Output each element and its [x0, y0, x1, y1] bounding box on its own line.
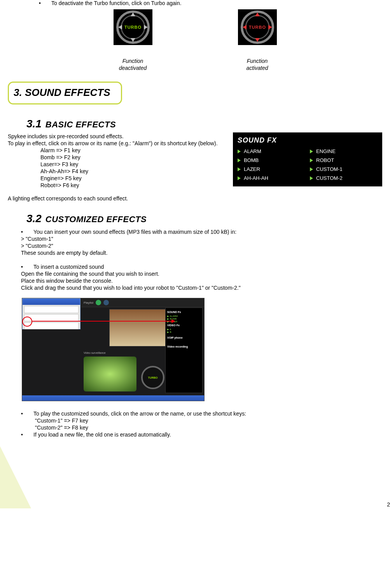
- sec32-d2: Place this window beside the console.: [21, 278, 382, 284]
- sfx-item-lazer[interactable]: LAZER: [238, 166, 305, 172]
- key-alarm: Alarm => F1 key: [40, 147, 225, 153]
- sound-fx-title: SOUND FX: [238, 136, 378, 148]
- turbo-figures-row: TURBO Function deactivated TURBO: [8, 9, 382, 71]
- play-icon: [238, 150, 241, 153]
- sec32-d1: Open the file containing the sound that …: [21, 271, 382, 277]
- taskbar: [22, 395, 204, 401]
- caption-on-2: activated: [238, 64, 277, 71]
- section-3-header: 3. SOUND EFFECTS: [8, 82, 122, 104]
- sec32-c2: > "Custom-2": [21, 243, 382, 249]
- play-icon: [238, 158, 241, 162]
- deactivate-text: To deactivate the Turbo function, click …: [51, 0, 182, 6]
- play-icon: [238, 176, 241, 180]
- sfx-item-engine[interactable]: ENGINE: [310, 148, 378, 154]
- shortcut-key-list: Alarm => F1 key Bomb => F2 key Laser=> F…: [8, 147, 225, 188]
- key-engine: Engine=> F5 key: [40, 175, 225, 181]
- sec32-num: 3.2: [26, 212, 42, 224]
- sec32-block1: •You can insert your own sound effects (…: [21, 229, 382, 291]
- dpad-icon: TURBO: [140, 365, 165, 390]
- console-main: Playlist SOUND Fx ALARMBOMBLAZER VIDEO F…: [81, 298, 204, 395]
- play-icon: [310, 150, 313, 153]
- sec32-b2: To insert a customized sound: [33, 264, 104, 270]
- page-number: 2: [387, 501, 390, 508]
- sfx-item-alarm[interactable]: ALARM: [238, 148, 305, 154]
- sec32-d3: Click and drag the sound that you wish t…: [21, 285, 382, 291]
- subhead-3-1: 3.1 BASIC EFFECTS: [26, 118, 382, 130]
- play-icon: [310, 158, 313, 162]
- sec31-line1: Spykee includes six pre-recorded sound e…: [8, 133, 225, 139]
- sec31-line2: To play in effect, click on its arrow or…: [8, 140, 225, 146]
- sec32-title: CUSTOMIZED EFFECTS: [45, 214, 147, 224]
- subhead-3-2: 3.2 CUSTOMIZED EFFECTS: [26, 212, 382, 225]
- turbo-on-figure: TURBO Function activated: [238, 9, 277, 71]
- sec32-b3: To play the customized sounds, click on …: [33, 411, 246, 417]
- turbo-off-figure: TURBO Function deactivated: [114, 9, 152, 71]
- deactivate-bullet: •To deactivate the Turbo function, click…: [8, 0, 382, 6]
- svg-text:TURBO: TURBO: [148, 376, 158, 379]
- sec32-c3: These sounds are empty by default.: [21, 250, 382, 256]
- sec32-e2: "Custom-2" => F8 key: [21, 424, 382, 431]
- section-3-title: 3. SOUND EFFECTS: [14, 87, 110, 98]
- sfx-item-ahahah[interactable]: AH-AH-AH: [238, 175, 305, 181]
- key-laser: Laser=> F3 key: [40, 161, 225, 167]
- sec32-e1: "Custom-1" => F7 key: [21, 418, 382, 424]
- sec32-c1: > "Custom-1": [21, 236, 382, 242]
- sec31-num: 3.1: [26, 118, 42, 130]
- footer-decoration: [0, 446, 31, 508]
- console-drag-figure: Playlist SOUND Fx ALARMBOMBLAZER VIDEO F…: [22, 298, 205, 401]
- console-fx-panel: SOUND Fx ALARMBOMBLAZER VIDEO Fx AB VOIP…: [165, 308, 203, 393]
- play-icon: [238, 167, 241, 171]
- sfx-item-robot[interactable]: ROBOT: [310, 157, 378, 163]
- caption-off-2: deactivated: [114, 64, 152, 71]
- sec32-block2: •To play the customized sounds, click on…: [21, 411, 382, 438]
- drag-arrow-icon: [32, 321, 172, 322]
- play-icon: [310, 167, 313, 171]
- sec32-b4: If you load a new file, the old one is e…: [33, 431, 171, 438]
- turbo-off-icon: TURBO: [114, 9, 152, 45]
- sec32-b1: You can insert your own sound effects (M…: [33, 229, 236, 235]
- svg-text:TURBO: TURBO: [124, 25, 141, 30]
- key-ahahah: Ah-Ah-Ah=> F4 key: [40, 168, 225, 174]
- sec31-title: BASIC EFFECTS: [45, 120, 116, 129]
- sfx-item-custom1[interactable]: CUSTOM-1: [310, 166, 378, 172]
- svg-text:TURBO: TURBO: [248, 25, 266, 30]
- sec31-line3: A lighting effect corresponds to each so…: [8, 195, 225, 202]
- sfx-item-bomb[interactable]: BOMB: [238, 157, 305, 163]
- key-bomb: Bomb => F2 key: [40, 154, 225, 160]
- robot-image: [84, 357, 136, 391]
- caption-off-1: Function: [114, 57, 152, 64]
- video-surveillance-label: Video surveillance: [84, 351, 106, 354]
- play-icon: [310, 176, 313, 180]
- sound-fx-panel: SOUND FX ALARM ENGINE BOMB ROBOT LAZER C…: [233, 132, 382, 186]
- turbo-on-icon: TURBO: [238, 9, 277, 45]
- key-robot: Robot=> F6 key: [40, 182, 225, 188]
- sfx-item-custom2[interactable]: CUSTOM-2: [310, 175, 378, 181]
- caption-on-1: Function: [238, 57, 277, 64]
- video-preview: [109, 309, 168, 346]
